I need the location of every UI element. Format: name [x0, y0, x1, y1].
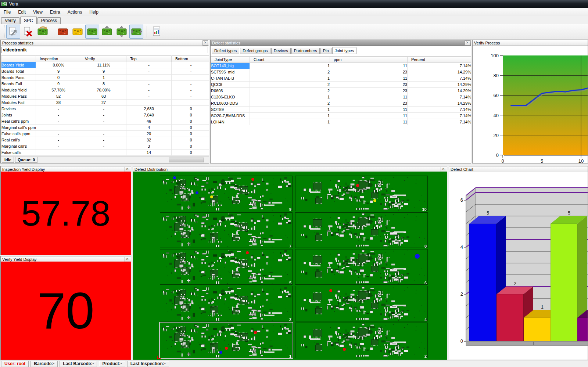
table-row[interactable]: Boards Pass01-- — [1, 75, 209, 81]
board-flip-horizontal-button[interactable] — [129, 25, 143, 39]
pcb-board-5[interactable]: 5 — [160, 249, 293, 285]
toolbar-grip[interactable] — [4, 25, 4, 38]
pcb-board-6[interactable]: 6 — [295, 249, 428, 285]
table-row[interactable]: Joints--7,0400 — [1, 112, 209, 118]
row-value: 1 — [250, 113, 330, 119]
board-view-green-icon — [86, 26, 98, 37]
table-row[interactable]: SO20-7,5MM-DDS1117.14% — [211, 113, 472, 119]
table-row[interactable]: Devices--2,6800 — [1, 106, 209, 112]
table-row[interactable]: LQH4N1117.14% — [211, 119, 472, 125]
menu-actions[interactable]: Actions — [64, 8, 86, 16]
close-icon[interactable]: ✕ — [125, 257, 130, 262]
close-icon[interactable]: ✕ — [202, 40, 208, 46]
clear-results-button[interactable] — [21, 25, 35, 39]
pcb-board-8[interactable]: 8 — [295, 212, 428, 248]
table-row[interactable]: RCL0603-DDS22314.29% — [211, 100, 472, 107]
process-col-header[interactable] — [1, 56, 36, 62]
table-row[interactable]: Boards Fail98-- — [1, 81, 209, 87]
table-row[interactable]: SCT595_mid22314.29% — [211, 69, 472, 75]
defect-tab-defect-groups[interactable]: Defect groups — [240, 48, 270, 54]
process-statistics-header[interactable]: Process statistics ✕ — [1, 40, 209, 46]
pcb-board-10[interactable]: 10 — [295, 176, 428, 211]
verify-process-header[interactable]: Verify Process — [473, 40, 588, 46]
table-row[interactable]: SOT143_big1117.14% — [211, 63, 472, 69]
defect-chart-header[interactable]: Defect Chart — [449, 166, 588, 172]
close-icon[interactable]: ✕ — [465, 40, 470, 46]
table-row[interactable]: QCC822314.29% — [211, 82, 472, 88]
table-row[interactable]: Modules Pass5263-- — [1, 93, 209, 100]
board-view-yellow-button[interactable] — [71, 25, 85, 39]
defect-col-header[interactable]: ppm — [330, 57, 408, 63]
red-defect-marker[interactable] — [356, 184, 359, 187]
tab-process[interactable]: Process — [37, 17, 61, 24]
dock-area: Process statistics ✕ videotronik Inspect… — [0, 40, 588, 360]
pcb-board-2[interactable]: 2 — [295, 323, 428, 358]
close-icon[interactable]: ✕ — [441, 167, 446, 172]
table-row[interactable]: Boards Yield0.00%11.11%-- — [1, 62, 209, 68]
defect-tab-pin[interactable]: Pin — [320, 48, 331, 54]
board-number: 6 — [424, 281, 427, 285]
process-statistics-table[interactable]: InspectionVerifyTopBottomBoards Yield0.0… — [1, 55, 209, 156]
pcb-board-1[interactable]: 1 — [160, 323, 293, 358]
defect-col-header[interactable]: Count — [250, 57, 330, 63]
table-row[interactable]: Marginal call's ppm--40 — [1, 125, 209, 131]
table-row[interactable]: SOT891117.14% — [211, 107, 472, 113]
process-col-header[interactable]: Verify — [81, 56, 126, 62]
table-row[interactable]: Real call's ppm--460 — [1, 118, 209, 125]
open-board-button[interactable] — [36, 25, 50, 39]
row-value: 11.11% — [81, 62, 126, 68]
red-defect-marker[interactable] — [225, 347, 228, 350]
table-row[interactable]: Modules Yield57.78%70.00%-- — [1, 87, 209, 93]
defect-tab-partnumbers[interactable]: Partnumbers — [291, 48, 320, 54]
row-value: 7.14% — [408, 75, 472, 82]
board-view-green-button[interactable] — [85, 25, 99, 39]
close-icon[interactable]: ✕ — [125, 167, 130, 172]
tab-verify[interactable]: Verify — [1, 17, 19, 24]
menu-help[interactable]: Help — [86, 8, 102, 16]
menu-view[interactable]: View — [29, 8, 46, 16]
table-row[interactable]: Boards Total99-- — [1, 68, 209, 75]
red-defect-marker[interactable] — [251, 178, 254, 181]
table-row[interactable]: False call's--140 — [1, 150, 209, 156]
process-col-header[interactable]: Bottom — [172, 56, 209, 62]
table-row[interactable]: Modules Fail3827-- — [1, 100, 209, 106]
table-row[interactable]: R060322314.29% — [211, 88, 472, 94]
table-row[interactable]: Marginal call's--30 — [1, 143, 209, 150]
red-defect-marker[interactable] — [343, 348, 346, 351]
menu-file[interactable]: File — [0, 8, 14, 16]
row-value: 0 — [172, 131, 209, 137]
defect-statistics-table[interactable]: JointTypeCountppmPercentSOT143_big1117.1… — [211, 56, 471, 125]
process-col-header[interactable]: Inspection — [36, 56, 81, 62]
table-row[interactable]: Real call's--320 — [1, 137, 209, 143]
blue-defect-marker[interactable] — [173, 176, 176, 179]
tab-spc[interactable]: SPC — [20, 17, 37, 24]
table-row[interactable]: False call's ppm--200 — [1, 131, 209, 137]
defect-col-header[interactable]: Percent — [408, 57, 472, 63]
blue-defect-marker[interactable] — [415, 254, 420, 259]
blue-defect-marker[interactable] — [196, 191, 198, 194]
defect-tab-joint-types[interactable]: Joint types — [332, 47, 357, 54]
defect-statistics-header[interactable]: Defect statistics ✕ — [211, 40, 471, 46]
pcb-board-9[interactable]: 9 — [160, 176, 293, 211]
pcb-board-3[interactable]: 3 — [160, 286, 293, 321]
yellow-defect-marker[interactable] — [210, 195, 213, 198]
pcb-board-4[interactable]: 4 — [295, 286, 428, 321]
process-col-header[interactable]: Top — [126, 56, 172, 62]
board-view-red-button[interactable] — [56, 25, 70, 39]
row-label: Marginal call's ppm — [1, 125, 36, 131]
defect-col-header[interactable]: JointType — [211, 57, 250, 63]
defect-tab-devices[interactable]: Devices — [271, 48, 291, 54]
menu-extra[interactable]: Extra — [46, 8, 64, 16]
verify-results-button[interactable] — [6, 25, 20, 39]
table-row[interactable]: C1206-ELKO1117.14% — [211, 94, 472, 100]
row-label: Modules Fail — [1, 100, 36, 106]
red-defect-marker[interactable] — [246, 251, 249, 254]
board-move-up-button[interactable] — [100, 25, 114, 39]
pcb-board-7[interactable]: 7 — [160, 212, 293, 248]
table-row[interactable]: C-TANTAL-B1117.14% — [211, 75, 472, 82]
yellow-defect-marker[interactable] — [373, 199, 376, 202]
defect-tab-defect-types[interactable]: Defect types — [212, 48, 239, 54]
statistics-report-button[interactable] — [150, 25, 164, 39]
board-flip-vertical-button[interactable] — [115, 25, 129, 39]
menu-edit[interactable]: Edit — [14, 8, 29, 16]
